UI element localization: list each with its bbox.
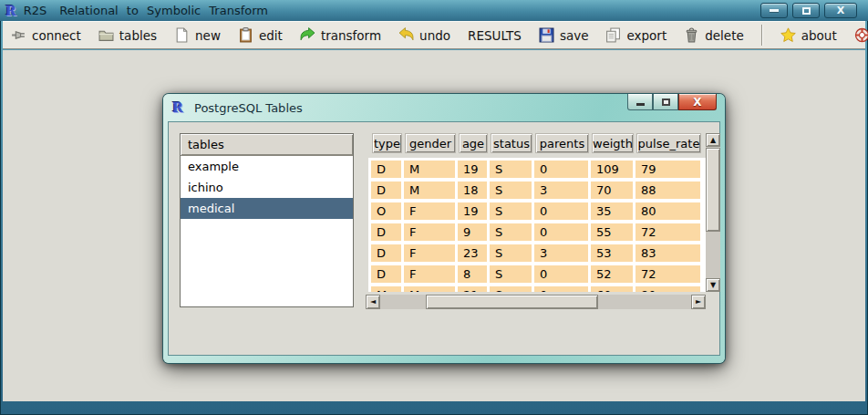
toolbar-button-new[interactable]: new	[174, 27, 221, 43]
toolbar-button-label: about	[801, 28, 837, 43]
toolbar-button-label: tables	[119, 28, 157, 43]
plug-icon	[11, 27, 26, 43]
toolbar-button-save[interactable]: save	[539, 27, 589, 43]
main-window-title: Relational to Symbolic Transform	[59, 4, 268, 17]
table-row[interactable]: DF9S05572	[371, 223, 706, 241]
floppy-icon	[539, 27, 554, 43]
client-area: R PostgreSQL Tables X tables exampleichi…	[3, 50, 865, 401]
table-row[interactable]: MM21S06080	[371, 286, 706, 292]
toolbar-button-export[interactable]: export	[605, 27, 666, 43]
column-header-pulse_rate[interactable]: pulse_rate	[636, 133, 701, 153]
toolbar-right-group: abouthelpquit	[780, 27, 868, 43]
table-cell: O	[371, 202, 401, 220]
toolbar-button-results[interactable]: RESULTS	[468, 28, 522, 43]
dialog-content: tables exampleichinomedical typegenderag…	[168, 121, 720, 356]
minimize-icon	[770, 9, 779, 12]
vertical-scrollbar-thumb[interactable]	[706, 148, 720, 232]
toolbar-button-connect[interactable]: connect	[11, 27, 81, 43]
table-cell: D	[371, 223, 401, 241]
table-cell: S	[490, 265, 532, 283]
app-name: R2S	[24, 4, 47, 17]
new-page-icon	[174, 27, 190, 43]
table-cell: S	[490, 223, 532, 241]
tables-list-item-ichino[interactable]: ichino	[181, 177, 353, 198]
toolbar-button-about[interactable]: about	[780, 27, 837, 43]
column-header-gender[interactable]: gender	[405, 133, 456, 153]
toolbar-button-label: undo	[419, 28, 450, 43]
toolbar-button-transform[interactable]: transform	[300, 27, 381, 43]
table-row[interactable]: DM19S010979	[371, 161, 706, 178]
column-header-weigth[interactable]: weigth	[592, 133, 634, 153]
scroll-down-button[interactable]: ▼	[706, 278, 720, 292]
table-cell: 0	[534, 265, 588, 283]
horizontal-scrollbar[interactable]: ◄ ►	[366, 295, 706, 309]
toolbar-button-label: connect	[32, 28, 81, 43]
scroll-up-button[interactable]: ▲	[706, 133, 720, 147]
toolbar-button-delete[interactable]: delete	[684, 27, 744, 43]
table-row[interactable]: OF19S03580	[371, 202, 706, 220]
table-cell: 80	[636, 286, 700, 292]
table-row[interactable]: DF8S05272	[371, 265, 706, 283]
table-row[interactable]: DM18S37088	[371, 182, 706, 199]
main-window: R R2S Relational to Symbolic Transform X…	[0, 0, 868, 415]
table-cell: 21	[458, 286, 487, 292]
scroll-right-button[interactable]: ►	[691, 295, 706, 309]
table-cell: M	[404, 286, 455, 292]
table-cell: M	[371, 286, 401, 292]
export-pages-icon	[605, 27, 621, 43]
tables-list-item-medical[interactable]: medical	[181, 198, 353, 219]
table-row[interactable]: DF23S35383	[371, 244, 706, 262]
toolbar-button-label: edit	[259, 28, 283, 43]
table-cell: 19	[458, 202, 487, 220]
toolbar: connecttablesnewedittransformundoRESULTS…	[3, 21, 865, 49]
table-cell: 0	[534, 286, 588, 292]
scroll-left-button[interactable]: ◄	[366, 295, 380, 309]
table-cell: 0	[534, 202, 588, 220]
table-cell: 70	[591, 182, 633, 199]
column-header-parents[interactable]: parents	[535, 133, 589, 153]
table-cell: F	[404, 202, 455, 220]
table-cell: 9	[458, 223, 487, 241]
horizontal-scrollbar-thumb[interactable]	[426, 295, 598, 309]
column-header-type[interactable]: type	[372, 133, 402, 153]
vertical-scrollbar[interactable]: ▲ ▼	[706, 133, 720, 292]
table-cell: D	[371, 244, 401, 262]
close-button[interactable]: X	[824, 3, 857, 18]
dialog-close-button[interactable]: X	[678, 94, 717, 110]
toolbar-button-help[interactable]: help	[854, 27, 868, 43]
tables-list-header[interactable]: tables	[181, 134, 353, 156]
data-table-header-row: typegenderagestatusparentsweigthpulse_ra…	[370, 133, 701, 153]
toolbar-button-tables[interactable]: tables	[98, 27, 157, 43]
minimize-button[interactable]	[760, 3, 788, 18]
folder-icon	[98, 27, 114, 43]
table-cell: 80	[636, 202, 700, 220]
table-cell: 72	[636, 265, 700, 283]
scroll-left-icon: ◄	[370, 298, 376, 306]
table-cell: 60	[591, 286, 633, 292]
table-cell: 55	[591, 223, 633, 241]
toolbar-button-label: delete	[705, 28, 744, 43]
toolbar-button-edit[interactable]: edit	[238, 27, 283, 43]
scroll-right-icon: ►	[696, 298, 701, 306]
scroll-down-icon: ▼	[710, 282, 716, 289]
column-header-status[interactable]: status	[491, 133, 532, 153]
dialog-maximize-button[interactable]	[653, 94, 678, 110]
toolbar-button-undo[interactable]: undo	[398, 27, 450, 43]
main-titlebar[interactable]: R R2S Relational to Symbolic Transform X	[0, 0, 868, 21]
maximize-button[interactable]	[792, 3, 820, 18]
table-cell: F	[404, 265, 455, 283]
table-cell: 0	[534, 223, 588, 241]
table-cell: M	[404, 182, 455, 199]
toolbar-button-label: save	[560, 28, 589, 43]
dialog-r-logo-icon: R	[172, 100, 187, 116]
column-header-age[interactable]: age	[459, 133, 488, 153]
table-cell: D	[371, 182, 401, 199]
dialog-window-controls: X	[627, 94, 717, 110]
dialog-minimize-button[interactable]	[627, 94, 653, 110]
table-cell: 23	[458, 244, 487, 262]
table-cell: 35	[591, 202, 633, 220]
toolbar-separator	[761, 25, 763, 46]
table-cell: 53	[591, 244, 633, 262]
dialog-minimize-icon	[636, 103, 645, 106]
tables-list-item-example[interactable]: example	[181, 156, 353, 177]
